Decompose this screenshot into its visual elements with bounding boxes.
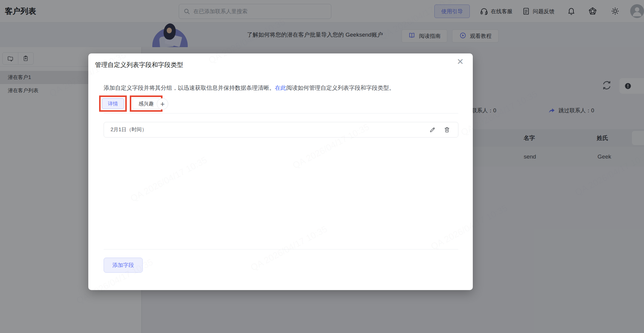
description-text-after: 阅读如何管理自定义列表字段和字段类型。 [286, 85, 395, 91]
modal-description: 添加自定义字段并将其分组，以迅速获取信息并保持数据条理清晰。在此阅读如何管理自定… [104, 84, 395, 92]
annotation-box-details: 详情 [99, 95, 127, 112]
add-tab-button[interactable]: + [157, 98, 168, 110]
add-field-button[interactable]: 添加字段 [104, 258, 143, 273]
description-text: 添加自定义字段并将其分组，以迅速获取信息并保持数据条理清晰。 [104, 85, 275, 91]
custom-field-row: 2月1日（时间） [104, 122, 458, 138]
close-icon[interactable]: ✕ [457, 58, 464, 66]
here-link[interactable]: 在此 [275, 85, 286, 91]
custom-fields-modal: 管理自定义列表字段和字段类型 ✕ 添加自定义字段并将其分组，以迅速获取信息并保持… [88, 53, 473, 290]
modal-title: 管理自定义列表字段和字段类型 [95, 61, 183, 69]
tabs-divider [104, 113, 458, 114]
delete-trash-icon[interactable] [444, 126, 450, 133]
field-name: 2月1日（时间） [111, 122, 147, 137]
app-window: 了解如何将您的潜在客户批量导入您的 Geeksend账户 阅读指南 观看教程 客… [0, 0, 644, 333]
footer-divider [104, 249, 458, 250]
tab-details[interactable]: 详情 [102, 98, 124, 109]
tab-interest[interactable]: 感兴趣 [132, 98, 160, 109]
edit-pencil-icon[interactable] [429, 126, 436, 133]
